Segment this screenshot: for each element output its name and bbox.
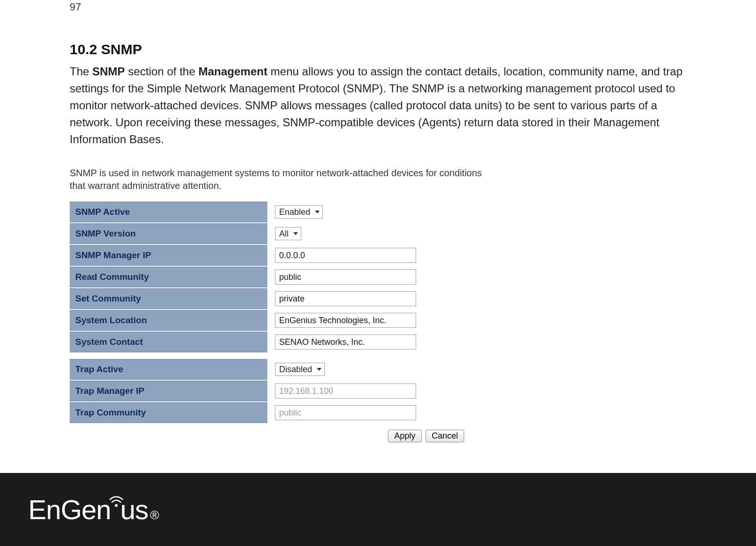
page-footer: EnGen us® [0,473,756,546]
select-value: All [279,229,289,239]
input-set-community[interactable] [275,291,416,306]
select-snmp-active[interactable]: Enabled [275,205,323,219]
page-number: 97 [70,1,686,13]
snmp-config-form: SNMP Active Enabled SNMP Version All [70,201,489,442]
chevron-down-icon [317,368,322,371]
select-value: Disabled [279,365,312,375]
label-trap-manager-ip: Trap Manager IP [70,381,267,401]
label-system-location: System Location [70,310,267,331]
apply-button[interactable]: Apply [388,430,421,442]
select-snmp-version[interactable]: All [275,227,301,240]
input-read-community[interactable] [275,269,416,285]
label-snmp-manager-ip: SNMP Manager IP [70,245,267,266]
logo-text: En [28,494,61,525]
label-system-contact: System Contact [70,332,267,352]
chevron-down-icon [315,211,320,213]
engenius-logo: EnGen us® [28,494,159,525]
label-set-community: Set Community [70,288,267,309]
paragraph-text: The [70,65,92,78]
label-read-community: Read Community [70,267,267,287]
section-heading: 10.2 SNMP [70,41,686,57]
wifi-icon [108,493,124,508]
label-snmp-version: SNMP Version [70,223,267,244]
label-trap-active: Trap Active [70,359,267,380]
snmp-description-note: SNMP is used in network management syste… [70,167,484,192]
select-trap-active[interactable]: Disabled [275,363,325,376]
input-trap-manager-ip [275,383,416,399]
input-system-contact[interactable] [275,334,416,350]
label-snmp-active: SNMP Active [70,202,267,222]
paragraph-bold-management: Management [198,65,267,78]
input-snmp-manager-ip[interactable] [275,248,416,263]
input-trap-community [275,405,416,420]
paragraph-bold-snmp: SNMP [92,65,125,78]
label-trap-community: Trap Community [70,402,267,423]
select-value: Enabled [279,207,310,217]
cancel-button[interactable]: Cancel [426,430,464,442]
svg-point-0 [115,504,118,507]
chevron-down-icon [293,232,298,235]
logo-text: Gen [61,494,111,525]
section-paragraph: The SNMP section of the Management menu … [70,63,686,148]
paragraph-text: section of the [125,65,198,78]
input-system-location[interactable] [275,313,416,328]
registered-trademark-icon: ® [150,508,159,522]
logo-text: us [121,494,148,525]
